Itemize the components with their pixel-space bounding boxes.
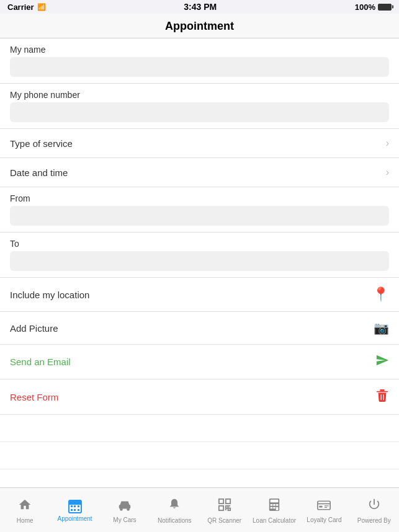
svg-point-5 xyxy=(120,508,123,511)
status-right: 100% xyxy=(355,2,392,12)
tab-appointment-label: Appointment xyxy=(57,515,92,522)
empty-row-2 xyxy=(0,442,399,469)
tab-powered-by-label: Powered By xyxy=(357,517,391,524)
svg-point-6 xyxy=(127,508,130,511)
status-time: 3:43 PM xyxy=(184,2,217,12)
include-location-label: Include my location xyxy=(10,290,89,300)
my-phone-input[interactable] xyxy=(10,102,389,122)
nav-bar: Appointment xyxy=(0,14,399,38)
reset-form-label: Reset Form xyxy=(10,392,58,402)
svg-rect-15 xyxy=(271,499,279,502)
svg-rect-21 xyxy=(276,507,279,510)
type-of-service-row[interactable]: Type of service › xyxy=(0,129,399,158)
tab-qr-scanner-label: QR Scanner xyxy=(207,517,241,524)
tab-appointment[interactable]: Appointment xyxy=(50,496,99,522)
svg-rect-7 xyxy=(219,499,223,503)
trash-icon xyxy=(375,388,389,406)
tab-my-cars-label: My Cars xyxy=(113,516,136,523)
home-icon xyxy=(18,498,32,515)
location-pin-icon: 📍 xyxy=(372,286,389,303)
notifications-icon xyxy=(168,498,181,515)
tab-qr-scanner[interactable]: QR Scanner xyxy=(200,494,249,524)
tab-home[interactable]: Home xyxy=(0,494,50,524)
battery-icon xyxy=(378,4,392,11)
svg-rect-19 xyxy=(271,507,273,508)
svg-rect-1 xyxy=(380,389,384,391)
to-label: To xyxy=(0,233,399,251)
type-of-service-chevron: › xyxy=(386,138,389,149)
qr-scanner-icon xyxy=(218,498,231,515)
my-phone-section: My phone number xyxy=(0,84,399,129)
include-location-row[interactable]: Include my location 📍 xyxy=(0,278,399,312)
camera-icon: 📷 xyxy=(374,321,389,335)
powered-by-icon xyxy=(367,498,381,515)
my-name-input[interactable] xyxy=(10,57,389,77)
date-and-time-chevron: › xyxy=(386,167,389,178)
content-area: My name My phone number Type of service … xyxy=(0,38,399,487)
empty-row-3 xyxy=(0,469,399,487)
to-input[interactable] xyxy=(10,251,389,271)
send-email-label: Send an Email xyxy=(10,357,71,367)
tab-powered-by[interactable]: Powered By xyxy=(349,494,399,524)
svg-rect-0 xyxy=(377,391,388,392)
from-label: From xyxy=(0,187,399,206)
date-and-time-label: Date and time xyxy=(10,167,68,178)
send-email-icon xyxy=(375,353,389,370)
tab-loan-calculator[interactable]: Loan Calculator xyxy=(249,494,299,524)
my-phone-label: My phone number xyxy=(0,84,399,102)
add-picture-label: Add Picture xyxy=(10,323,58,334)
to-section: To xyxy=(0,233,399,278)
svg-rect-24 xyxy=(320,505,323,507)
tab-bar: Home Appointment xyxy=(0,487,399,532)
add-picture-row[interactable]: Add Picture 📷 xyxy=(0,312,399,345)
page-title: Appointment xyxy=(165,20,234,32)
loyalty-card-icon xyxy=(317,499,331,515)
svg-rect-16 xyxy=(271,504,273,506)
wifi-icon: 📶 xyxy=(37,3,46,11)
from-input[interactable] xyxy=(10,206,389,226)
tab-loan-calculator-label: Loan Calculator xyxy=(253,517,296,524)
send-email-row[interactable]: Send an Email xyxy=(0,345,399,379)
tab-home-label: Home xyxy=(17,517,34,524)
tab-notifications[interactable]: Notifications xyxy=(150,494,199,524)
svg-rect-20 xyxy=(273,507,276,508)
loan-calculator-icon xyxy=(268,498,280,515)
carrier-label: Carrier xyxy=(7,2,34,12)
svg-rect-11 xyxy=(228,508,230,510)
status-left: Carrier 📶 xyxy=(7,2,46,12)
status-bar: Carrier 📶 3:43 PM 100% xyxy=(0,0,399,14)
svg-rect-22 xyxy=(318,501,330,510)
type-of-service-label: Type of service xyxy=(10,138,73,149)
empty-row-1 xyxy=(0,415,399,442)
tab-notifications-label: Notifications xyxy=(158,517,191,524)
my-name-label: My name xyxy=(0,38,399,57)
svg-rect-17 xyxy=(273,504,276,506)
appointment-icon xyxy=(68,500,82,513)
svg-rect-8 xyxy=(226,499,230,503)
my-name-section: My name xyxy=(0,38,399,84)
date-and-time-row[interactable]: Date and time › xyxy=(0,158,399,187)
tab-my-cars[interactable]: My Cars xyxy=(100,495,150,523)
tab-loyalty-card[interactable]: Loyalty Card xyxy=(299,495,349,523)
svg-rect-18 xyxy=(276,504,279,506)
svg-rect-9 xyxy=(219,505,223,510)
battery-percent: 100% xyxy=(355,2,375,12)
reset-form-row[interactable]: Reset Form xyxy=(0,379,399,415)
tab-loyalty-card-label: Loyalty Card xyxy=(307,516,341,523)
my-cars-icon xyxy=(117,499,132,515)
from-section: From xyxy=(0,187,399,233)
